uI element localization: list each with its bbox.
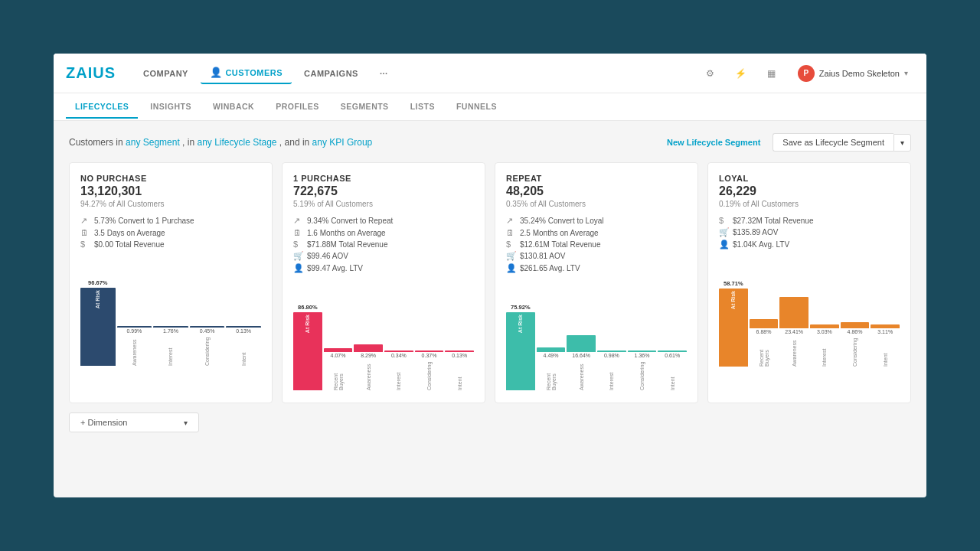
bar-value-no-purchase-4: 0.13% — [236, 328, 251, 334]
filter-bar: Customers in any Segment , in any Lifecy… — [69, 133, 911, 152]
integrations-icon[interactable]: ⚡ — [730, 63, 752, 84]
bar-no-purchase-1 — [117, 326, 152, 328]
analytics-icon[interactable]: ▦ — [761, 63, 782, 84]
bar-bottom-label-no-purchase-4: Intent — [241, 335, 247, 366]
sub-nav-item-lists[interactable]: LISTS — [401, 96, 444, 119]
bar-repeat-1 — [537, 347, 566, 352]
sub-nav-item-winback[interactable]: WINBACK — [204, 96, 263, 119]
sub-nav-item-insights[interactable]: INSIGHTS — [141, 96, 201, 119]
segment-filter-link[interactable]: any Segment — [126, 137, 180, 148]
stat-text-one-purchase-2: $71.88M Total Revenue — [307, 240, 387, 249]
card-pct-one-purchase: 5.19% of All Customers — [293, 200, 474, 208]
stat-icon-repeat-3: 🛒 — [506, 251, 515, 261]
settings-icon[interactable]: ⚙ — [700, 63, 721, 84]
nav-item-campaigns[interactable]: CAMPAIGNS — [295, 64, 368, 83]
save-lifecycle-segment-button[interactable]: Save as Lifecycle Segment — [773, 133, 893, 152]
stat-icon-one-purchase-3: 🛒 — [293, 251, 302, 261]
user-name: Zaius Demo Skeleton — [819, 69, 900, 78]
bar-repeat-2 — [567, 335, 596, 352]
bar-group-repeat-0: 75.92%At Risk — [506, 298, 535, 390]
bar-bottom-label-no-purchase-1: Awareness — [132, 335, 137, 366]
new-lifecycle-segment-button[interactable]: New Lifecycle Segment — [661, 135, 766, 150]
kpi-filter-link[interactable]: any KPI Group — [312, 137, 373, 148]
bar-group-one-purchase-1: 4.07%Recent Buyers — [324, 298, 353, 390]
dimension-label: + Dimension — [80, 418, 127, 427]
card-stat-repeat-0: ↗35.24% Convert to Loyal — [506, 216, 687, 226]
bar-bottom-label-repeat-4: Considering — [639, 360, 645, 390]
bar-bottom-label-loyal-2: Awareness — [792, 336, 797, 367]
stat-icon-repeat-4: 👤 — [506, 263, 515, 273]
sub-nav-item-lifecycles[interactable]: LIFECYCLES — [66, 96, 138, 119]
card-stats-no-purchase: ↗5.73% Convert to 1 Purchase🗓3.5 Days on… — [80, 216, 261, 249]
bar-group-one-purchase-4: 0.37%Considering — [415, 298, 444, 390]
stat-icon-one-purchase-4: 👤 — [293, 263, 302, 273]
bar-top-value-no-purchase-0: 96.67% — [88, 279, 107, 286]
stat-text-no-purchase-1: 3.5 Days on Average — [94, 229, 165, 237]
filter-prefix: Customers in — [69, 137, 123, 148]
bar-bottom-label-no-purchase-3: Considering — [204, 335, 210, 366]
card-stat-repeat-2: $$12.61M Total Revenue — [506, 240, 687, 249]
save-lifecycle-segment-caret[interactable]: ▾ — [893, 134, 911, 152]
bar-group-loyal-3: 3.03%Interest — [810, 275, 839, 367]
card-stat-loyal-0: $$27.32M Total Revenue — [719, 216, 900, 225]
bar-chart-one-purchase: 86.80%At Risk4.07%Recent Buyers8.29%Awar… — [293, 281, 474, 392]
stat-icon-loyal-1: 🛒 — [719, 227, 728, 237]
lifecycle-filter-link[interactable]: any Lifecycle Stage — [197, 137, 276, 148]
nav-right: ⚙ ⚡ ▦ P Zaius Demo Skeleton ▾ — [700, 62, 914, 85]
stat-icon-no-purchase-1: 🗓 — [80, 228, 90, 237]
bar-bottom-label-one-purchase-4: Considering — [426, 360, 432, 390]
app-logo: ZAIUS — [66, 64, 116, 82]
bar-inner-label-no-purchase-0: At Risk — [95, 290, 100, 308]
customers-nav-icon: 👤 — [210, 67, 223, 78]
nav-item-customers[interactable]: 👤CUSTOMERS — [201, 62, 292, 84]
bar-bottom-label-loyal-4: Considering — [852, 336, 858, 367]
bar-one-purchase-2 — [354, 344, 383, 352]
bar-loyal-3 — [810, 324, 839, 328]
bar-top-value-one-purchase-0: 86.80% — [298, 304, 317, 311]
lifecycle-card-one-purchase: 1 PURCHASE722,6755.19% of All Customers↗… — [282, 162, 485, 403]
sub-nav-item-segments[interactable]: SEGMENTS — [332, 96, 398, 119]
nav-item-more[interactable]: ··· — [371, 64, 397, 83]
bar-value-one-purchase-5: 0.13% — [452, 353, 467, 358]
filter-middle: , in — [182, 137, 194, 148]
nav-item-company[interactable]: COMPANY — [134, 64, 198, 83]
bar-value-one-purchase-2: 8.29% — [361, 353, 376, 358]
nav-item-label-customers: CUSTOMERS — [225, 68, 283, 77]
card-title-no-purchase: NO PURCHASE — [80, 174, 261, 183]
card-stat-one-purchase-0: ↗9.34% Convert to Repeat — [293, 216, 474, 226]
top-nav: ZAIUS COMPANY👤CUSTOMERSCAMPAIGNS··· ⚙ ⚡ … — [54, 54, 926, 93]
bar-value-repeat-3: 0.98% — [604, 353, 619, 358]
bar-top-value-repeat-0: 75.92% — [511, 304, 530, 311]
lifecycle-card-no-purchase: NO PURCHASE13,120,30194.27% of All Custo… — [69, 162, 273, 403]
dimension-button-wrapper: + Dimension ▾ — [69, 412, 911, 432]
user-badge[interactable]: P Zaius Demo Skeleton ▾ — [792, 62, 914, 85]
bar-group-one-purchase-0: 86.80%At Risk — [293, 298, 322, 390]
bar-no-purchase-3 — [190, 326, 225, 328]
stat-text-loyal-1: $135.89 AOV — [733, 228, 779, 236]
bar-group-loyal-2: 23.41%Awareness — [779, 275, 808, 367]
dimension-caret-icon: ▾ — [184, 419, 188, 427]
bar-bottom-label-one-purchase-3: Interest — [396, 360, 401, 390]
stat-icon-one-purchase-1: 🗓 — [293, 228, 302, 237]
bar-inner-label-loyal-0: At Risk — [730, 291, 736, 309]
bar-value-loyal-2: 23.41% — [785, 329, 803, 334]
card-title-loyal: LOYAL — [719, 174, 900, 183]
card-stat-repeat-3: 🛒$130.81 AOV — [506, 251, 687, 261]
stat-text-no-purchase-2: $0.00 Total Revenue — [94, 240, 165, 249]
bar-bottom-label-one-purchase-2: Awareness — [366, 360, 371, 390]
bar-group-one-purchase-3: 0.34%Interest — [384, 298, 413, 390]
sub-nav-item-profiles[interactable]: PROFILES — [266, 96, 328, 119]
save-lifecycle-segment-group: Save as Lifecycle Segment ▾ — [773, 133, 911, 152]
bar-bottom-label-no-purchase-2: Interest — [168, 335, 173, 366]
card-stat-no-purchase-1: 🗓3.5 Days on Average — [80, 228, 261, 237]
dimension-button[interactable]: + Dimension ▾ — [69, 412, 199, 432]
card-stat-repeat-1: 🗓2.5 Months on Average — [506, 228, 687, 237]
card-stats-repeat: ↗35.24% Convert to Loyal🗓2.5 Months on A… — [506, 216, 687, 273]
bar-one-purchase-3 — [384, 350, 413, 352]
bar-bottom-label-repeat-5: Intent — [670, 360, 675, 390]
card-pct-loyal: 0.19% of All Customers — [719, 200, 900, 208]
card-count-one-purchase: 722,675 — [293, 184, 474, 198]
sub-nav-item-funnels[interactable]: FUNNELS — [447, 96, 506, 119]
lifecycle-cards: NO PURCHASE13,120,30194.27% of All Custo… — [69, 162, 911, 403]
bar-group-no-purchase-0: 96.67%At Risk — [80, 274, 116, 366]
